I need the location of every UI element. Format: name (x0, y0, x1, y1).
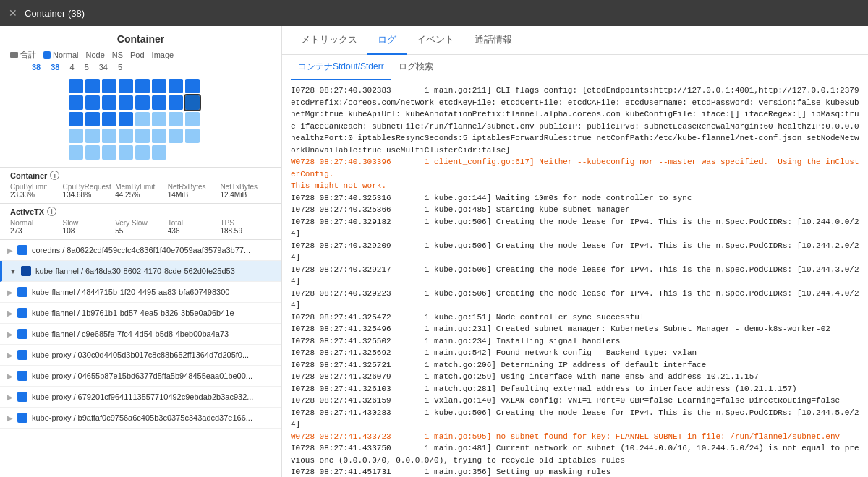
sub-tab-コンテナStdout/Stderr[interactable]: コンテナStdout/Stderr (291, 55, 391, 80)
list-item[interactable]: ▶kube-flannel / c9e685fe-7fc4-4d54-b5d8-… (0, 324, 281, 345)
list-item[interactable]: ▶kube-proxy / 030c0d4405d3b017c8c88b652f… (0, 345, 281, 366)
list-item[interactable]: ▼kube-flannel / 6a48da30-8602-4170-8cde-… (0, 261, 281, 282)
item-icon (17, 329, 27, 339)
grid-cell[interactable] (102, 112, 116, 126)
close-button[interactable]: ✕ (9, 7, 17, 19)
tab-メトリックス[interactable]: メトリックス (291, 26, 367, 55)
grid-cell[interactable] (85, 129, 100, 143)
tab-ログ[interactable]: ログ (367, 26, 407, 55)
list-item[interactable]: ▶coredns / 8a0622cdf459ccfc4c836f1f40e70… (0, 240, 281, 261)
stat-header-4: NetTxBytes (220, 183, 271, 191)
grid-cell[interactable] (85, 112, 100, 126)
grid-cell[interactable] (169, 112, 183, 126)
grid-cell[interactable] (185, 95, 200, 110)
grid-cell[interactable] (102, 129, 116, 143)
atx-val-1: 108 (63, 227, 114, 235)
grid-cell[interactable] (152, 145, 166, 160)
grid-cell[interactable] (119, 129, 133, 143)
grid-cell[interactable] (185, 79, 200, 93)
list-item[interactable]: ▶kube-proxy / 679201cf9641113557710492c9… (0, 387, 281, 408)
grid-cell[interactable] (185, 129, 200, 143)
grid-cell[interactable] (135, 79, 150, 93)
grid-cell[interactable] (152, 95, 166, 110)
item-text: kube-proxy / 679201cf9641113557710492c9e… (32, 392, 253, 401)
stat-header-2: MemByLimit (115, 183, 166, 191)
item-icon (21, 266, 31, 276)
ns-label: NS (112, 51, 123, 59)
summary-row: 合計 Normal Node NS Pod Image (10, 49, 271, 60)
grid-cell[interactable] (169, 79, 183, 93)
grid-cell[interactable] (152, 129, 166, 143)
grid-cell[interactable] (85, 145, 100, 160)
expand-icon: ▶ (7, 330, 13, 338)
atx-header-0: Normal (10, 219, 61, 227)
grid-cell[interactable] (119, 95, 133, 110)
list-item[interactable]: ▶kube-flannel / 1b9761b1-bd57-4ea5-b326-… (0, 303, 281, 324)
grid-cell[interactable] (152, 112, 166, 126)
grid-cell[interactable] (69, 112, 83, 126)
grid-cell[interactable] (135, 112, 150, 126)
tab-イベント[interactable]: イベント (407, 26, 464, 55)
grid-cell[interactable] (135, 145, 150, 160)
stat-val-4: 12.4MiB (220, 191, 271, 199)
stat-val-2: 44.25% (115, 191, 166, 199)
log-line: I0728 08:27:41.433750 1 main.go:481] Cur… (291, 442, 859, 466)
expand-icon: ▶ (7, 288, 13, 296)
pod-label: Pod (130, 51, 145, 59)
expand-icon: ▶ (7, 351, 13, 359)
val-pod: 34 (99, 63, 108, 72)
container-summary: Container 合計 Normal Node NS Pod Image 38… (0, 26, 281, 168)
grid-cell[interactable] (135, 129, 150, 143)
expand-icon: ▶ (7, 309, 13, 317)
log-line: W0728 08:27:40.303396 1 client_config.go… (291, 156, 859, 192)
grid-cell[interactable] (119, 145, 133, 160)
expand-icon: ▶ (7, 246, 13, 254)
grid-cell[interactable] (69, 79, 83, 93)
activetx-headers: Normal Slow Very Slow Total TPS (10, 219, 271, 227)
atx-header-1: Slow (63, 219, 114, 227)
grid-cell[interactable] (102, 95, 116, 110)
normal-label: Normal (53, 51, 78, 59)
item-icon (17, 392, 27, 402)
item-text: coredns / 8a0622cdf459ccfc4c836f1f40e705… (32, 246, 250, 254)
stats-headers: CpuByLimit CpuByRequest MemByLimit NetRx… (10, 183, 271, 191)
log-line: I0728 08:27:41.325692 1 main.go:542] Fou… (291, 347, 859, 359)
grid-cell[interactable] (169, 95, 183, 110)
atx-header-3: Total (168, 219, 219, 227)
list-item[interactable]: ▶kube-proxy / 04655b87e15bd6377d5ffa5b94… (0, 366, 281, 387)
grid-visualization (10, 74, 271, 163)
grid-cell[interactable] (102, 79, 116, 93)
log-line: I0728 08:27:41.325721 1 match.go:206] De… (291, 359, 859, 371)
grid-cell[interactable] (85, 95, 100, 110)
sub-tab-ログ検索[interactable]: ログ検索 (391, 55, 441, 80)
atx-header-4: TPS (220, 219, 271, 227)
val-ns: 5 (85, 63, 89, 72)
log-line: I0728 08:27:41.430283 1 kube.go:506] Cre… (291, 407, 859, 431)
grid-cell[interactable] (119, 79, 133, 93)
grid-cell[interactable] (185, 112, 200, 126)
log-line: I0728 08:27:41.451731 1 main.go:356] Set… (291, 466, 859, 477)
stats-info-icon[interactable]: i (50, 171, 59, 180)
list-item[interactable]: ▶kube-proxy / b9affaf0c9756a6c405b3c0375… (0, 408, 281, 429)
activetx-info-icon[interactable]: i (47, 207, 56, 216)
stats-values: 23.33% 134.68% 44.25% 14MiB 12.4MiB (10, 191, 271, 199)
grid-cell[interactable] (69, 129, 83, 143)
topbar: ✕ Container (38) (0, 0, 868, 26)
grid-cell[interactable] (135, 95, 150, 110)
stat-val-1: 134.68% (63, 191, 114, 199)
list-item[interactable]: ▶kube-flannel / 4844715b-1f20-4495-aa83-… (0, 282, 281, 303)
log-line: I0728 08:27:41.326159 1 vxlan.go:140] VX… (291, 395, 859, 407)
log-line: I0728 08:27:40.329217 1 kube.go:506] Cre… (291, 264, 859, 288)
grid-cell[interactable] (85, 79, 100, 93)
val-total: 38 (32, 63, 41, 72)
item-icon (17, 413, 27, 423)
tab-通話情報[interactable]: 通話情報 (464, 26, 522, 55)
grid-cell[interactable] (119, 112, 133, 126)
grid-cell[interactable] (169, 129, 183, 143)
main-content: Container 合計 Normal Node NS Pod Image 38… (0, 26, 868, 477)
grid-cell[interactable] (102, 145, 116, 160)
log-line: I0728 08:27:41.325472 1 kube.go:151] Nod… (291, 311, 859, 324)
grid-cell[interactable] (152, 79, 166, 93)
grid-cell[interactable] (69, 95, 83, 110)
grid-cell[interactable] (69, 145, 83, 160)
